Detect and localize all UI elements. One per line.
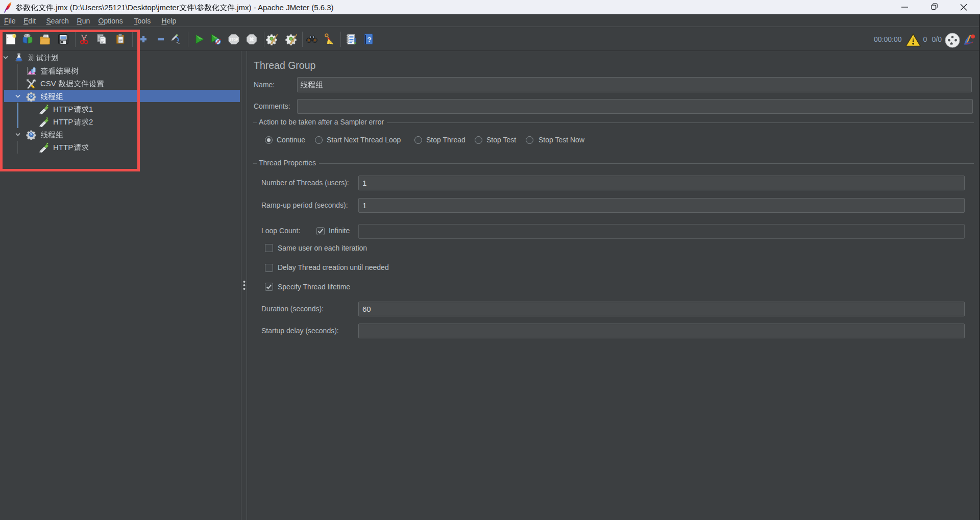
svg-text:STOP: STOP xyxy=(229,38,238,41)
svg-text:?: ? xyxy=(367,36,371,43)
